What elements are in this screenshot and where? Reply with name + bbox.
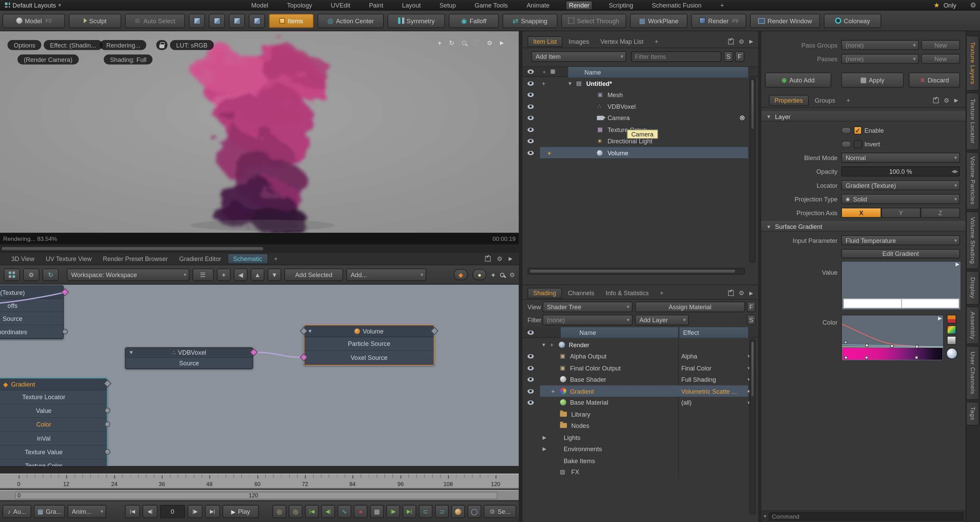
- goto-start-button[interactable]: |◀: [125, 505, 140, 518]
- prev-key-button[interactable]: |◀: [305, 505, 319, 518]
- node-gradient[interactable]: ◆ Gradient Texture Locator Value Color i…: [0, 378, 108, 466]
- shader-row-library[interactable]: Library: [522, 409, 758, 420]
- workspace-dropdown[interactable]: Workspace: Workspace: [67, 268, 189, 281]
- name-column-header[interactable]: Name: [560, 327, 678, 338]
- menu-tab-model[interactable]: Model: [249, 1, 270, 9]
- shader-tree-dropdown[interactable]: Shader Tree: [542, 302, 633, 312]
- menu-tab-scripting[interactable]: Scripting: [606, 1, 636, 9]
- auto-add-button[interactable]: ⊕ Auto Add: [765, 72, 831, 88]
- graph-editor-button[interactable]: ▦Gra...: [34, 505, 65, 518]
- item-list-hscroll[interactable]: [528, 268, 745, 275]
- eye-icon[interactable]: [528, 104, 534, 109]
- eye-icon[interactable]: [528, 389, 534, 393]
- prev-frame-key-button[interactable]: ◀|: [321, 505, 335, 518]
- add-dropdown[interactable]: Add...: [346, 268, 426, 281]
- color-swatch-rgb[interactable]: [947, 315, 956, 324]
- axis-x-button[interactable]: X: [841, 208, 881, 217]
- color-sphere-preview[interactable]: [946, 348, 958, 359]
- color-swatch-spectrum[interactable]: [947, 325, 956, 334]
- properties-expand-icon[interactable]: [933, 97, 939, 103]
- shader-row-bake-items[interactable]: Bake Items: [522, 455, 758, 466]
- side-tab-tags[interactable]: Tags: [967, 402, 980, 426]
- menu-tab-animate[interactable]: Animate: [524, 1, 552, 9]
- shader-row-alpha-output[interactable]: ▣ Alpha Output Alpha ▾: [522, 350, 758, 362]
- tab-shading-add[interactable]: +: [655, 287, 669, 298]
- step-back-button[interactable]: ◀|: [143, 505, 158, 518]
- shader-row-fx[interactable]: ▨ FX: [522, 466, 758, 477]
- menu-tab-uvedit[interactable]: UVEdit: [328, 1, 353, 9]
- viewport-options-button[interactable]: Options: [8, 40, 42, 50]
- shader-row-render[interactable]: ▼ + Render: [522, 339, 758, 350]
- side-tab-texture-layers[interactable]: Texture Layers: [967, 35, 980, 91]
- workplane-button[interactable]: ▦ WorkPlane: [630, 13, 687, 28]
- divider[interactable]: [758, 31, 761, 522]
- filter-f-button[interactable]: F: [735, 51, 744, 62]
- enable-envelope-button[interactable]: [841, 126, 851, 133]
- pass-groups-new-button[interactable]: New: [921, 40, 960, 50]
- passes-new-button[interactable]: New: [921, 54, 960, 64]
- next-key-button[interactable]: |▶: [386, 505, 400, 518]
- shading-more-icon[interactable]: ▶: [749, 290, 753, 295]
- tab-item-list-add[interactable]: +: [649, 36, 663, 46]
- arrow-left-button[interactable]: ◀: [234, 268, 247, 281]
- tab-gradient-editor[interactable]: Gradient Editor: [174, 254, 226, 264]
- item-row-mesh[interactable]: ▣ Mesh: [522, 89, 758, 100]
- select-item-mode-button[interactable]: [249, 13, 265, 28]
- anim-dropdown[interactable]: Anim...: [68, 505, 106, 518]
- select-through-button[interactable]: Select Through: [562, 13, 626, 28]
- collapse-icon[interactable]: ▼: [129, 350, 134, 355]
- tab-add[interactable]: +: [269, 254, 283, 264]
- item-row-camera[interactable]: Camera ⊗: [522, 112, 758, 123]
- record-button[interactable]: ●: [354, 505, 368, 518]
- value-gradient-bar[interactable]: [843, 298, 959, 308]
- menu-tab-paint[interactable]: Paint: [367, 1, 386, 9]
- item-list-expand-icon[interactable]: [728, 38, 733, 44]
- node-vdbvoxel[interactable]: ▼ ∴ VDBVoxel Source: [125, 347, 253, 369]
- render-button[interactable]: Render F9: [691, 13, 746, 28]
- key-mode-button[interactable]: ◎: [289, 505, 302, 518]
- eye-icon[interactable]: [528, 400, 534, 405]
- node-texture-partial[interactable]: (Texture) offs Source oordinates: [0, 285, 64, 339]
- menu-tab-topology[interactable]: Topology: [285, 1, 315, 9]
- link-style-circle-toggle[interactable]: ●: [473, 269, 486, 281]
- menu-tab-add[interactable]: +: [718, 1, 727, 9]
- opacity-field[interactable]: 100.0 % ◀▶: [841, 167, 960, 177]
- eye-icon[interactable]: [528, 150, 534, 155]
- snapping-button[interactable]: ⇄ Snapping: [503, 13, 558, 28]
- shading-f-button[interactable]: F: [747, 302, 756, 312]
- properties-more-icon[interactable]: ▶: [955, 97, 958, 103]
- locator-dropdown[interactable]: Gradient (Texture): [841, 180, 960, 190]
- anchor-button[interactable]: ⊂: [418, 505, 432, 518]
- tab-groups[interactable]: Groups: [810, 95, 840, 106]
- schematic-grid-button[interactable]: ☰: [192, 268, 213, 281]
- schematic-refresh-button[interactable]: ↻: [42, 268, 59, 281]
- viewport-lut-button[interactable]: LUT: sRGB: [170, 40, 214, 50]
- colorway-button[interactable]: Colorway: [824, 13, 881, 28]
- tab-info-statistics[interactable]: Info & Statistics: [601, 287, 654, 298]
- tab-item-list[interactable]: Item List: [528, 36, 562, 46]
- gradient-key-marker[interactable]: [844, 356, 848, 359]
- eye-icon[interactable]: [528, 377, 534, 382]
- color-expand-icon[interactable]: ▶: [938, 315, 942, 321]
- tab-render-preset-browser[interactable]: Render Preset Browser: [98, 254, 173, 264]
- dopesheet-button[interactable]: ▦: [370, 505, 384, 518]
- viewport-gear-icon[interactable]: ⚙: [487, 39, 492, 46]
- invert-checkbox[interactable]: [854, 140, 862, 148]
- items-mode-button[interactable]: Items: [269, 13, 314, 28]
- select-edge-button[interactable]: [209, 13, 225, 28]
- effect-column-header[interactable]: Effect: [679, 327, 748, 338]
- input-parameter-dropdown[interactable]: Fluid Temperature: [841, 235, 960, 245]
- item-list-more-icon[interactable]: ▶: [749, 38, 753, 44]
- filter-items-input[interactable]: [631, 51, 721, 62]
- item-row-volume[interactable]: + Volume: [522, 147, 758, 158]
- expander-icon[interactable]: ▼: [541, 342, 546, 348]
- goto-end-button[interactable]: ▶|: [205, 505, 220, 518]
- color-gradient-widget[interactable]: ▶: [841, 315, 944, 361]
- eye-icon[interactable]: [528, 354, 534, 358]
- value-expand-icon[interactable]: ▶: [955, 262, 959, 267]
- menu-tab-game-tools[interactable]: Game Tools: [472, 1, 511, 9]
- action-center-button[interactable]: ◎ Action Center: [317, 13, 384, 28]
- color-swatch-gray[interactable]: [947, 336, 956, 345]
- auto-select-button[interactable]: Auto Select: [125, 13, 185, 28]
- node-volume[interactable]: ▼ Volume Particle Source Voxel Source: [304, 325, 434, 366]
